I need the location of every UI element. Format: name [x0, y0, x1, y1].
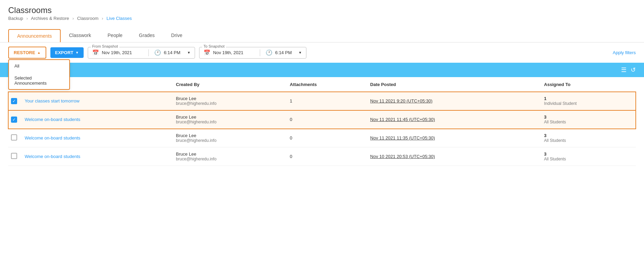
created-email: bruce@higheredu.info: [176, 120, 284, 124]
row-date-posted: Nov 11 2021 11:35 (UTC+05:30): [367, 129, 541, 147]
selection-bar: 2 item(s) selected ☰ ↺: [0, 63, 644, 77]
breadcrumb-backup: Backup: [8, 16, 23, 21]
to-time-arrow[interactable]: ▼: [299, 51, 302, 54]
row-assigned-to: 1Individual Student: [541, 92, 636, 110]
row-created-by: Bruce Leebruce@higheredu.info: [173, 147, 287, 166]
row-attachments: 0: [287, 147, 367, 166]
breadcrumb-sep-3: ›: [102, 16, 103, 21]
row-created-by: Bruce Leebruce@higheredu.info: [173, 92, 287, 110]
row-date-posted: Nov 11 2021 11:45 (UTC+05:30): [367, 110, 541, 129]
row-checkbox[interactable]: ✓: [11, 98, 17, 104]
created-name: Bruce Lee: [176, 96, 284, 101]
col-date-posted: Date Posted: [367, 77, 541, 92]
to-calendar-icon[interactable]: 📅: [204, 49, 210, 56]
tab-grades[interactable]: Grades: [131, 29, 163, 42]
tab-people[interactable]: People: [99, 29, 131, 42]
to-snapshot-label: To Snapshot: [202, 44, 226, 48]
table-row: Welcome on-board studentsBruce Leebruce@…: [8, 147, 636, 166]
assigned-type: All Students: [544, 120, 633, 124]
announcement-link[interactable]: Your classes start tomorrow: [25, 98, 80, 103]
announcement-link[interactable]: Welcome on-board students: [25, 154, 80, 159]
snapshot-divider: [148, 49, 149, 56]
created-email: bruce@higheredu.info: [176, 101, 284, 106]
created-email: bruce@higheredu.info: [176, 138, 284, 143]
row-announcement[interactable]: Welcome on-board students: [22, 147, 173, 166]
row-date-posted: Nov 10 2021 20:53 (UTC+05:30): [367, 147, 541, 166]
breadcrumb-live-classes: Live Classes: [107, 16, 132, 21]
dropdown-item-selected[interactable]: Selected Announcements: [9, 72, 69, 89]
page-header: Classrooms Backup › Archives & Restore ›…: [0, 0, 644, 24]
breadcrumb: Backup › Archives & Restore › Classroom …: [8, 16, 636, 21]
table-body: ✓Your classes start tomorrowBruce Leebru…: [8, 92, 636, 166]
breadcrumb-sep-2: ›: [72, 16, 74, 21]
col-created-by: Created By: [173, 77, 287, 92]
created-name: Bruce Lee: [176, 133, 284, 138]
date-posted-value: Nov 10 2021 20:53 (UTC+05:30): [370, 154, 435, 159]
from-snapshot-box: From Snapshot 📅 Nov 19th, 2021 🕐 6:14 PM…: [88, 47, 195, 59]
breadcrumb-sep-1: ›: [26, 16, 28, 21]
row-checkbox[interactable]: [11, 134, 17, 141]
snapshot-divider-2: [260, 49, 260, 56]
export-arrow-icon: ▼: [75, 51, 79, 54]
row-announcement[interactable]: Welcome on-board students: [22, 110, 173, 129]
created-name: Bruce Lee: [176, 151, 284, 157]
created-email: bruce@higheredu.info: [176, 157, 284, 161]
from-snapshot-date: Nov 19th, 2021: [102, 50, 143, 55]
row-announcement[interactable]: Welcome on-board students: [22, 129, 173, 147]
restore-dropdown-menu: All Selected Announcements: [8, 59, 70, 90]
table-row: ✓Your classes start tomorrowBruce Leebru…: [8, 92, 636, 110]
row-assigned-to: 3All Students: [541, 110, 636, 129]
assigned-type: All Students: [544, 138, 633, 143]
dropdown-item-all[interactable]: All: [9, 60, 69, 72]
from-calendar-icon[interactable]: 📅: [92, 49, 99, 56]
created-name: Bruce Lee: [176, 114, 284, 120]
table-header: − Announcement Created By Attachments Da…: [8, 77, 636, 92]
date-posted-value: Nov 11 2021 11:35 (UTC+05:30): [370, 135, 435, 141]
row-assigned-to: 3All Students: [541, 147, 636, 166]
row-assigned-to: 3All Students: [541, 129, 636, 147]
table-wrapper: − Announcement Created By Attachments Da…: [0, 77, 644, 166]
from-snapshot-label: From Snapshot: [91, 44, 119, 48]
breadcrumb-classroom: Classroom: [77, 16, 98, 21]
row-checkbox-cell[interactable]: ✓: [8, 110, 22, 129]
from-time-arrow[interactable]: ▼: [187, 51, 191, 54]
assigned-count: 3: [544, 133, 633, 138]
announcements-table: − Announcement Created By Attachments Da…: [8, 77, 636, 166]
row-checkbox[interactable]: [11, 153, 17, 159]
page-title: Classrooms: [8, 5, 636, 15]
date-posted-value: Nov 11 2021 11:45 (UTC+05:30): [370, 117, 435, 122]
row-checkbox-cell[interactable]: [8, 129, 22, 147]
assigned-count: 1: [544, 96, 633, 101]
refresh-button[interactable]: ↺: [631, 66, 636, 74]
restore-dropdown-container: RESTORE ▲ All Selected Announcements: [8, 47, 46, 59]
from-time-icon: 🕐: [154, 49, 161, 56]
announcement-link[interactable]: Welcome on-board students: [25, 135, 80, 141]
list-view-button[interactable]: ☰: [621, 66, 627, 74]
table-row: ✓Welcome on-board studentsBruce Leebruce…: [8, 110, 636, 129]
toolbar: RESTORE ▲ All Selected Announcements EXP…: [0, 42, 644, 63]
row-announcement[interactable]: Your classes start tomorrow: [22, 92, 173, 110]
tabs-bar: Announcements Classwork People Grades Dr…: [0, 29, 644, 42]
row-checkbox[interactable]: ✓: [11, 117, 17, 123]
export-button[interactable]: EXPORT ▼: [50, 47, 84, 58]
date-posted-value: Nov 11 2021 9:20 (UTC+05:30): [370, 98, 433, 103]
row-checkbox-cell[interactable]: ✓: [8, 92, 22, 110]
assigned-count: 3: [544, 114, 633, 120]
breadcrumb-archives: Archives & Restore: [31, 16, 69, 21]
apply-filters-button[interactable]: Apply filters: [613, 50, 636, 55]
tab-classwork[interactable]: Classwork: [61, 29, 99, 42]
tab-announcements[interactable]: Announcements: [8, 29, 61, 42]
announcement-link[interactable]: Welcome on-board students: [25, 117, 80, 122]
tab-drive[interactable]: Drive: [163, 29, 191, 42]
row-attachments: 0: [287, 129, 367, 147]
row-checkbox-cell[interactable]: [8, 147, 22, 166]
assigned-count: 3: [544, 151, 633, 157]
row-attachments: 1: [287, 92, 367, 110]
assigned-type: All Students: [544, 157, 633, 161]
to-snapshot-date: Nov 19th, 2021: [213, 50, 254, 55]
row-created-by: Bruce Leebruce@higheredu.info: [173, 110, 287, 129]
row-created-by: Bruce Leebruce@higheredu.info: [173, 129, 287, 147]
restore-button[interactable]: RESTORE ▲: [8, 47, 46, 59]
col-attachments: Attachments: [287, 77, 367, 92]
table-row: Welcome on-board studentsBruce Leebruce@…: [8, 129, 636, 147]
